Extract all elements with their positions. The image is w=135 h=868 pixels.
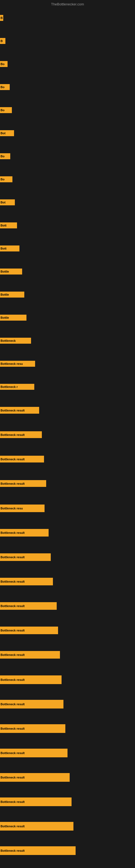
bar-label: Bott (1, 247, 6, 250)
bar-label: Bott (1, 224, 6, 227)
bar-label: B (1, 39, 3, 42)
bar-label: Bottleneck result (1, 531, 25, 534)
bar-item: Bo (0, 176, 12, 182)
bar-label: Bottleneck result (1, 653, 25, 656)
bar-item: Bottleneck (0, 338, 31, 344)
bar-item: Bo (0, 84, 10, 90)
bar-item: Bottleneck result (0, 822, 74, 831)
bar-label: Bo (1, 62, 5, 66)
bar-label: Bottleneck result (1, 629, 25, 632)
bar-item: Bot (0, 199, 15, 205)
bar-label: Bottleneck result (1, 751, 25, 755)
bar-item: Bottleneck result (0, 407, 39, 414)
bar-label: Bottleneck result (1, 849, 25, 852)
bar-label: Bottle (1, 293, 9, 296)
bar-item: Bottleneck r (0, 384, 34, 390)
bar-label: Bottleneck result (1, 727, 25, 730)
bar-label: Bottleneck result (1, 458, 25, 461)
bar-item: Bottle (0, 315, 27, 321)
bar-label: Bottleneck result (1, 580, 25, 583)
bar-item: B (0, 38, 5, 44)
bar-item: Bottleneck result (0, 456, 44, 463)
bar-label: Bottleneck (1, 339, 16, 342)
bar-label: Bo (1, 178, 5, 181)
bar-item: Bott (0, 246, 19, 251)
bar-label: Bot (1, 131, 5, 135)
bar-item: Bottleneck result (0, 431, 42, 438)
bar-item: Bottleneck result (0, 798, 72, 806)
bar-label: Bo (1, 155, 5, 158)
bar-item: Bottleneck result (0, 651, 60, 659)
bar-label: Bo (1, 108, 5, 112)
bar-item: Bott (0, 222, 17, 228)
bar-label: Bo (1, 86, 5, 89)
bar-label: Bottleneck r (1, 385, 18, 389)
bar-item: B (0, 15, 3, 21)
bar-item: Bottleneck result (0, 627, 58, 634)
bar-item: Bottleneck result (0, 529, 49, 536)
bar-item: Bottleneck result (0, 846, 76, 855)
bar-label: Bottle (1, 270, 9, 273)
bar-item: Bo (0, 61, 8, 67)
bar-item: Bot (0, 130, 14, 136)
bar-item: Bottle (0, 269, 22, 275)
bar-item: Bottleneck result (0, 749, 68, 757)
bar-label: Bottleneck result (1, 482, 25, 485)
bar-item: Bottleneck resu (0, 504, 45, 512)
bar-item: Bottleneck result (0, 553, 51, 561)
bar-item: Bo (0, 107, 12, 113)
bar-item: Bottleneck result (0, 724, 65, 733)
bar-label: Bottle (1, 316, 9, 319)
bar-item: Bottleneck result (0, 675, 61, 684)
bar-item: Bo (0, 153, 10, 159)
bar-label: Bottleneck result (1, 556, 25, 559)
bar-label: Bottleneck result (1, 409, 25, 412)
bar-item: Bottleneck result (0, 700, 63, 709)
bar-item: Bottle (0, 291, 24, 298)
bar-label: Bottleneck result (1, 825, 25, 828)
bar-item: Bottleneck result (0, 602, 57, 610)
site-title: TheBottlenecker.com (51, 2, 84, 6)
bar-label: Bottleneck result (1, 678, 25, 681)
bar-label: Bottleneck result (1, 433, 25, 436)
bar-label: B (1, 16, 3, 20)
bar-label: Bottleneck result (1, 800, 25, 803)
bar-item: Bottleneck result (0, 480, 46, 487)
bar-label: Bottleneck result (1, 703, 25, 706)
bar-item: Bottleneck resu (0, 361, 35, 367)
bar-label: Bottleneck result (1, 776, 25, 779)
bar-label: Bot (1, 201, 5, 204)
bar-item: Bottleneck result (0, 578, 53, 585)
bar-label: Bottleneck result (1, 604, 25, 608)
bar-label: Bottleneck resu (1, 362, 23, 365)
bar-label: Bottleneck resu (1, 507, 23, 510)
bar-item: Bottleneck result (0, 773, 70, 782)
